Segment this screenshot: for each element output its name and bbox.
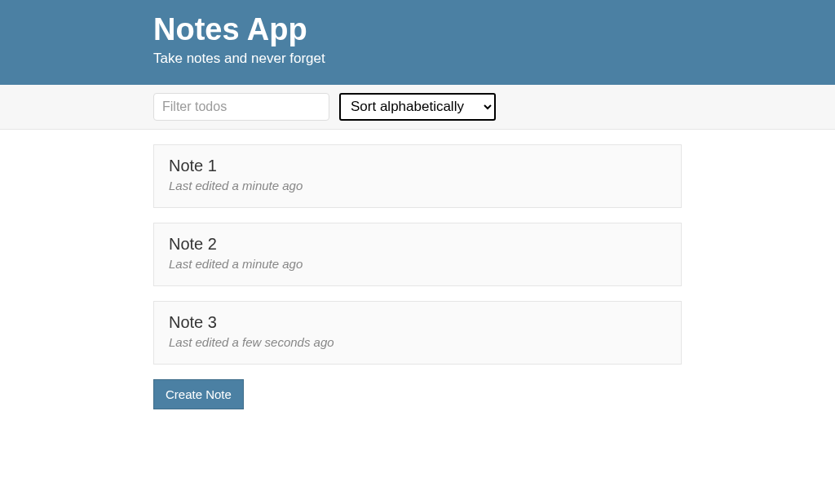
note-meta: Last edited a few seconds ago (169, 335, 666, 349)
note-meta: Last edited a minute ago (169, 257, 666, 271)
action-bar: Sort alphabetically (0, 85, 835, 130)
app-header: Notes App Take notes and never forget (0, 0, 835, 85)
note-title: Note 1 (169, 157, 666, 175)
note-title: Note 3 (169, 313, 666, 332)
filter-input[interactable] (153, 93, 329, 121)
note-title: Note 2 (169, 235, 666, 254)
note-card[interactable]: Note 1 Last edited a minute ago (153, 144, 682, 208)
create-note-button[interactable]: Create Note (153, 379, 244, 409)
note-meta: Last edited a minute ago (169, 179, 666, 192)
app-subtitle: Take notes and never forget (153, 51, 682, 67)
note-card[interactable]: Note 2 Last edited a minute ago (153, 223, 682, 286)
app-title: Notes App (153, 11, 682, 49)
sort-select[interactable]: Sort alphabetically (339, 93, 496, 121)
notes-list: Note 1 Last edited a minute ago Note 2 L… (153, 130, 682, 409)
note-card[interactable]: Note 3 Last edited a few seconds ago (153, 301, 682, 365)
